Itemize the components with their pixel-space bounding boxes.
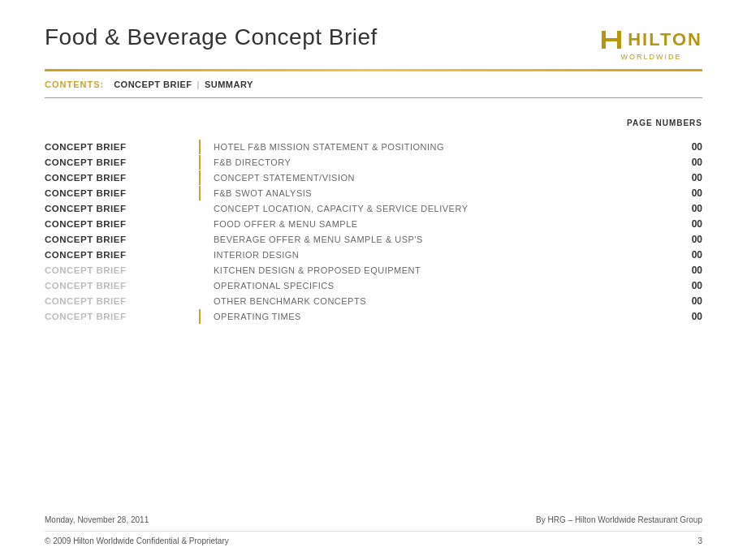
toc-row: CONCEPT BRIEFFOOD OFFER & MENU SAMPLE00 <box>45 217 702 231</box>
toc-divider <box>199 170 201 185</box>
toc-divider <box>199 278 201 293</box>
toc-title: OPERATING TIMES <box>214 312 662 321</box>
contents-label: CONTENTS: <box>45 80 104 89</box>
toc-divider <box>199 232 201 247</box>
toc-page-number: 00 <box>662 280 702 291</box>
toc-page-number: 00 <box>662 311 702 322</box>
toc-page-number: 00 <box>662 249 702 261</box>
toc-section-label: CONCEPT BRIEF <box>45 204 199 213</box>
toc-divider <box>199 263 201 278</box>
toc-divider <box>199 248 201 262</box>
hilton-logo: HILTON <box>600 28 702 51</box>
nav-separator: | <box>197 80 200 89</box>
toc-row: CONCEPT BRIEFINTERIOR DESIGN00 <box>45 248 702 262</box>
main-content: PAGE NUMBERS CONCEPT BRIEFHOTEL F&B MISS… <box>45 98 702 324</box>
toc-page-number: 00 <box>662 172 702 183</box>
footer-byline: By HRG – Hilton Worldwide Restaurant Gro… <box>536 515 702 524</box>
toc-row: CONCEPT BRIEFOTHER BENCHMARK CONCEPTS00 <box>45 294 702 308</box>
toc-title: F&B DIRECTORY <box>214 157 662 167</box>
toc-divider <box>199 309 201 324</box>
toc-section-label: CONCEPT BRIEF <box>45 250 199 260</box>
toc-row: CONCEPT BRIEFHOTEL F&B MISSION STATEMENT… <box>45 140 702 154</box>
toc-page-number: 00 <box>662 265 702 276</box>
toc-row: CONCEPT BRIEFCONCEPT LOCATION, CAPACITY … <box>45 201 702 216</box>
toc-title: OTHER BENCHMARK CONCEPTS <box>214 296 662 306</box>
footer-page-number: 3 <box>697 536 702 545</box>
hilton-brand-text: HILTON <box>628 29 702 50</box>
toc-divider <box>199 217 201 231</box>
toc-row: CONCEPT BRIEFOPERATING TIMES00 <box>45 309 702 324</box>
toc-section-label: CONCEPT BRIEF <box>45 142 199 152</box>
toc-row: CONCEPT BRIEFF&B SWOT ANALYSIS00 <box>45 186 702 200</box>
toc-section-label: CONCEPT BRIEF <box>45 281 199 291</box>
toc-page-number: 00 <box>662 187 702 199</box>
toc-row: CONCEPT BRIEFBEVERAGE OFFER & MENU SAMPL… <box>45 232 702 247</box>
page-title: Food & Beverage Concept Brief <box>45 24 378 50</box>
toc-title: INTERIOR DESIGN <box>214 250 662 260</box>
toc-title: BEVERAGE OFFER & MENU SAMPLE & USP's <box>214 235 662 244</box>
toc-title: FOOD OFFER & MENU SAMPLE <box>214 219 662 229</box>
toc-section-label: CONCEPT BRIEF <box>45 312 199 321</box>
contents-bar: CONTENTS: CONCEPT BRIEF | SUMMARY <box>45 71 702 98</box>
toc-row: CONCEPT BRIEFCONCEPT STATEMENT/VISION00 <box>45 170 702 185</box>
footer-copyright: © 2009 Hilton Worldwide Confidential & P… <box>45 536 229 545</box>
hilton-h-icon <box>600 28 623 51</box>
toc-divider <box>199 201 201 216</box>
page: Food & Beverage Concept Brief HILTON WOR… <box>0 0 747 560</box>
toc-divider <box>199 294 201 308</box>
svg-rect-2 <box>617 31 621 49</box>
toc-page-number: 00 <box>662 141 702 153</box>
toc-row: CONCEPT BRIEFOPERATIONAL SPECIFICS00 <box>45 278 702 293</box>
toc-divider <box>199 186 201 200</box>
toc-section-label: CONCEPT BRIEF <box>45 188 199 198</box>
toc-page-number: 00 <box>662 295 702 307</box>
toc-title: CONCEPT LOCATION, CAPACITY & SERVICE DEL… <box>214 204 662 213</box>
toc-section-label: CONCEPT BRIEF <box>45 157 199 167</box>
toc-section-label: CONCEPT BRIEF <box>45 173 199 183</box>
footer: Monday, November 28, 2011 By HRG – Hilto… <box>45 515 702 545</box>
toc-page-number: 00 <box>662 218 702 230</box>
toc-section-label: CONCEPT BRIEF <box>45 235 199 244</box>
footer-date: Monday, November 28, 2011 <box>45 515 149 524</box>
toc-row: CONCEPT BRIEFF&B DIRECTORY00 <box>45 155 702 170</box>
footer-top: Monday, November 28, 2011 By HRG – Hilto… <box>45 515 702 524</box>
toc-page-number: 00 <box>662 203 702 214</box>
contents-nav: CONCEPT BRIEF | SUMMARY <box>114 80 253 89</box>
header: Food & Beverage Concept Brief HILTON WOR… <box>45 0 702 69</box>
toc-divider <box>199 155 201 170</box>
footer-bottom: © 2009 Hilton Worldwide Confidential & P… <box>45 531 702 545</box>
toc-page-number: 00 <box>662 157 702 168</box>
nav-summary[interactable]: SUMMARY <box>205 80 253 89</box>
toc-title: OPERATIONAL SPECIFICS <box>214 281 662 291</box>
toc-title: KITCHEN DESIGN & PROPOSED EQUIPMENT <box>214 265 662 275</box>
toc-row: CONCEPT BRIEFKITCHEN DESIGN & PROPOSED E… <box>45 263 702 278</box>
toc-section-label: CONCEPT BRIEF <box>45 219 199 229</box>
hilton-worldwide-text: WORLDWIDE <box>621 53 682 61</box>
toc-title: CONCEPT STATEMENT/VISION <box>214 173 662 183</box>
page-numbers-header: PAGE NUMBERS <box>45 118 702 127</box>
toc-container: CONCEPT BRIEFHOTEL F&B MISSION STATEMENT… <box>45 140 702 324</box>
toc-title: F&B SWOT ANALYSIS <box>214 188 662 198</box>
toc-page-number: 00 <box>662 234 702 245</box>
logo-area: HILTON WORLDWIDE <box>600 24 702 61</box>
toc-title: HOTEL F&B MISSION STATEMENT & POSITIONIN… <box>214 142 662 152</box>
toc-divider <box>199 140 201 154</box>
toc-section-label: CONCEPT BRIEF <box>45 265 199 275</box>
nav-concept-brief[interactable]: CONCEPT BRIEF <box>114 80 192 89</box>
toc-section-label: CONCEPT BRIEF <box>45 296 199 306</box>
